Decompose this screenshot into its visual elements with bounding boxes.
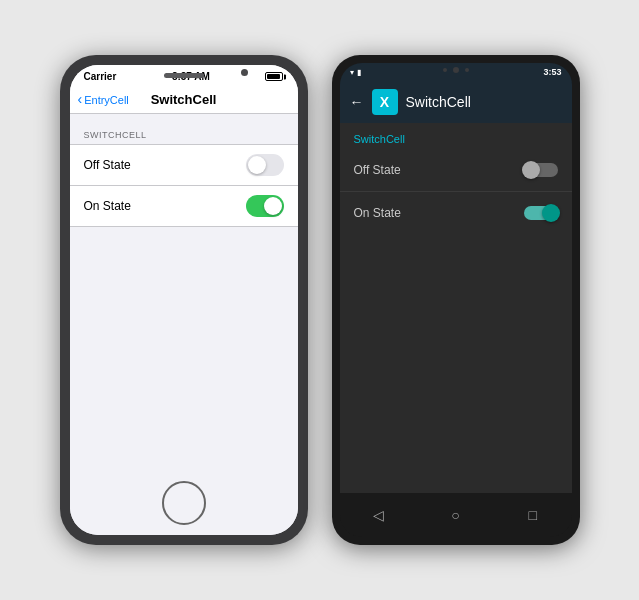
android-row-on-label: On State — [354, 206, 401, 220]
ios-toggle-on-thumb — [264, 197, 282, 215]
android-app-icon: X — [372, 89, 398, 115]
android-toolbar: ← X SwitchCell — [340, 81, 572, 123]
ios-screen: Carrier 8:37 AM ‹ EntryCell SwitchCell S… — [70, 65, 298, 535]
android-nav-home[interactable]: ○ — [441, 501, 469, 529]
android-toggle-on-thumb — [542, 204, 560, 222]
android-row-on: On State — [340, 192, 572, 234]
ios-back-chevron: ‹ — [78, 92, 83, 106]
android-toolbar-title: SwitchCell — [406, 94, 471, 110]
android-speaker2 — [465, 68, 469, 72]
android-app-icon-letter: X — [380, 94, 389, 110]
android-nav-bar: ◁ ○ □ — [340, 493, 572, 537]
ios-battery-icon — [265, 72, 283, 81]
ios-row-on-label: On State — [84, 199, 131, 213]
ios-home-button[interactable] — [162, 481, 206, 525]
ios-speaker — [164, 73, 204, 78]
ios-content: SWITCHCELL Off State On State — [70, 114, 298, 535]
android-camera-dot — [453, 67, 459, 73]
android-back-button[interactable]: ← — [350, 94, 364, 110]
android-row-off-label: Off State — [354, 163, 401, 177]
ios-section-header: SWITCHCELL — [70, 130, 298, 144]
android-speaker — [443, 68, 447, 72]
android-camera-area — [443, 67, 469, 73]
ios-row-on: On State — [70, 186, 298, 226]
ios-back-button[interactable]: ‹ EntryCell — [78, 93, 129, 106]
android-time: 3:53 — [543, 67, 561, 77]
ios-camera — [241, 69, 248, 76]
ios-table: Off State On State — [70, 144, 298, 227]
android-screen: ▾ ▮ 3:53 ← X SwitchCell SwitchCell Off S… — [340, 63, 572, 537]
android-phone: ▾ ▮ 3:53 ← X SwitchCell SwitchCell Off S… — [332, 55, 580, 545]
android-toggle-off-thumb — [522, 161, 540, 179]
ios-phone: Carrier 8:37 AM ‹ EntryCell SwitchCell S… — [60, 55, 308, 545]
ios-toggle-off[interactable] — [246, 154, 284, 176]
ios-battery-fill — [267, 74, 280, 79]
android-toggle-on[interactable] — [524, 206, 558, 220]
android-status-icons: ▾ ▮ — [350, 68, 361, 77]
android-nav-recent[interactable]: □ — [519, 501, 547, 529]
ios-nav-bar: ‹ EntryCell SwitchCell — [70, 86, 298, 114]
android-nav-back[interactable]: ◁ — [364, 501, 392, 529]
ios-carrier: Carrier — [84, 71, 117, 82]
ios-row-off: Off State — [70, 145, 298, 186]
android-section-label: SwitchCell — [340, 123, 572, 149]
ios-toggle-on[interactable] — [246, 195, 284, 217]
android-battery-icon: ▮ — [357, 68, 361, 77]
android-content: SwitchCell Off State On State — [340, 123, 572, 493]
ios-back-label: EntryCell — [84, 94, 129, 106]
ios-row-off-label: Off State — [84, 158, 131, 172]
ios-toggle-off-thumb — [248, 156, 266, 174]
android-row-off: Off State — [340, 149, 572, 192]
android-toggle-off[interactable] — [524, 163, 558, 177]
ios-nav-title: SwitchCell — [151, 92, 217, 107]
android-wifi-icon: ▾ — [350, 68, 354, 77]
